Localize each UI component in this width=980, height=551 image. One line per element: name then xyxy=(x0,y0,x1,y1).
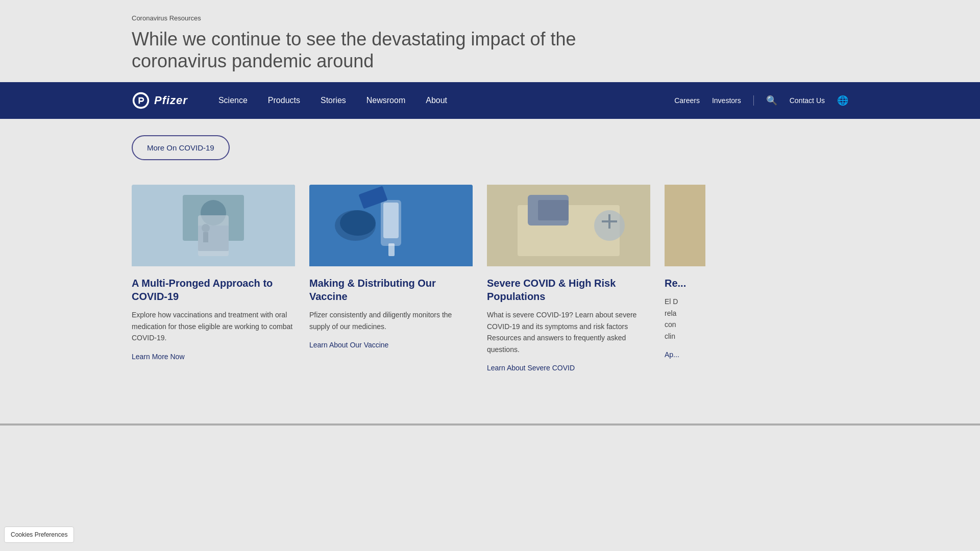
covid-btn-area: More On COVID-19 xyxy=(0,119,980,185)
contact-us-link[interactable]: Contact Us xyxy=(790,96,825,105)
svg-point-12 xyxy=(340,210,376,236)
pfizer-brand-text: Pfizer xyxy=(154,94,188,107)
nav-link-about[interactable]: About xyxy=(426,96,447,105)
card-4-partial: Re... El Drelaconclin Ap... xyxy=(665,185,705,383)
globe-icon[interactable]: 🌐 xyxy=(837,95,848,106)
corona-label: Coronavirus Resources xyxy=(132,14,848,22)
svg-rect-8 xyxy=(383,203,399,238)
card-vaccine: Making & Distributing Our Vaccine Pfizer… xyxy=(309,185,473,383)
card-4-link-partial[interactable]: Ap... xyxy=(665,350,679,359)
nav-link-products[interactable]: Products xyxy=(268,96,300,105)
card-1-image xyxy=(132,185,295,266)
investors-link[interactable]: Investors xyxy=(712,96,741,105)
card-4-title-partial: Re... xyxy=(665,277,705,290)
card-3-desc: What is severe COVID-19? Learn about sev… xyxy=(487,309,650,355)
nav-right: Careers Investors 🔍 Contact Us 🌐 xyxy=(674,95,848,106)
careers-link[interactable]: Careers xyxy=(674,96,700,105)
cards-row: A Multi-Pronged Approach to COVID-19 Exp… xyxy=(132,185,848,383)
banner-headline: While we continue to see the devastating… xyxy=(132,28,591,72)
card-covid-approach: A Multi-Pronged Approach to COVID-19 Exp… xyxy=(132,185,295,383)
card-1-desc: Explore how vaccinations and treatment w… xyxy=(132,309,295,343)
cards-section: A Multi-Pronged Approach to COVID-19 Exp… xyxy=(0,185,980,423)
nav-link-stories[interactable]: Stories xyxy=(321,96,346,105)
more-on-covid-button[interactable]: More On COVID-19 xyxy=(132,135,230,160)
bottom-bar xyxy=(0,423,980,425)
pfizer-logo[interactable]: Pfizer xyxy=(132,91,188,110)
card-4-body: Re... El Drelaconclin Ap... xyxy=(665,266,705,369)
svg-rect-20 xyxy=(665,185,705,266)
card-3-body: Severe COVID & High Risk Populations Wha… xyxy=(487,266,650,383)
card-2-image xyxy=(309,185,473,266)
svg-rect-10 xyxy=(388,243,395,256)
svg-rect-3 xyxy=(198,226,229,251)
card-3-link[interactable]: Learn About Severe COVID xyxy=(487,364,575,372)
top-banner: Coronavirus Resources While we continue … xyxy=(0,0,980,82)
card-2-body: Making & Distributing Our Vaccine Pfizer… xyxy=(309,266,473,360)
card-4-desc-partial: El Drelaconclin xyxy=(665,296,705,342)
card-severe-covid: Severe COVID & High Risk Populations Wha… xyxy=(487,185,650,383)
card-4-image xyxy=(665,185,705,266)
card-1-title: A Multi-Pronged Approach to COVID-19 xyxy=(132,277,295,303)
navbar: Pfizer Science Products Stories Newsroom… xyxy=(0,82,980,119)
card-2-title: Making & Distributing Our Vaccine xyxy=(309,277,473,303)
card-1-body: A Multi-Pronged Approach to COVID-19 Exp… xyxy=(132,266,295,371)
nav-divider xyxy=(753,95,754,106)
card-3-image xyxy=(487,185,650,266)
svg-point-2 xyxy=(201,200,226,226)
card-3-title: Severe COVID & High Risk Populations xyxy=(487,277,650,303)
nav-link-science[interactable]: Science xyxy=(218,96,248,105)
svg-point-4 xyxy=(202,224,210,232)
svg-rect-16 xyxy=(538,200,569,220)
svg-rect-5 xyxy=(203,232,208,242)
card-1-link[interactable]: Learn More Now xyxy=(132,353,185,361)
card-2-desc: Pfizer consistently and diligently monit… xyxy=(309,309,473,332)
nav-links: Science Products Stories Newsroom About xyxy=(218,96,674,105)
svg-rect-19 xyxy=(608,214,610,229)
bottom-divider xyxy=(0,424,980,425)
search-icon[interactable]: 🔍 xyxy=(766,95,777,106)
card-2-link[interactable]: Learn About Our Vaccine xyxy=(309,341,388,349)
nav-link-newsroom[interactable]: Newsroom xyxy=(366,96,405,105)
